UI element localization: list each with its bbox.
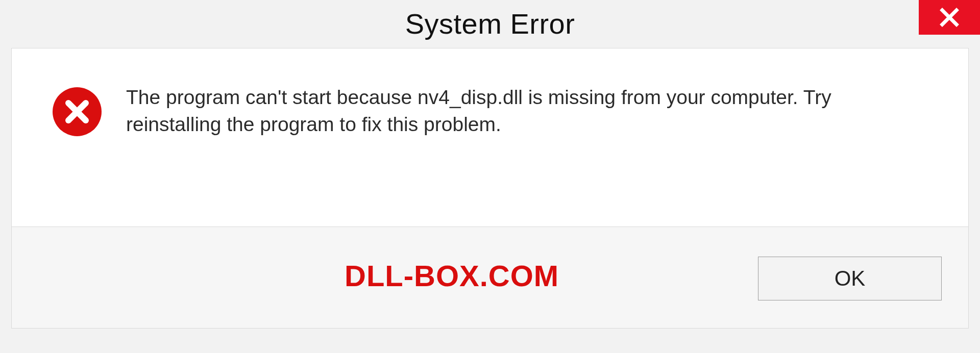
footer-panel: DLL-BOX.COM OK — [11, 226, 969, 329]
ok-button-label: OK — [835, 266, 866, 291]
ok-button[interactable]: OK — [758, 257, 942, 300]
titlebar: System Error — [0, 0, 980, 46]
brand-label: DLL-BOX.COM — [345, 259, 559, 293]
close-button[interactable] — [919, 0, 980, 35]
error-icon — [53, 87, 102, 136]
close-icon — [939, 7, 960, 28]
error-message: The program can't start because nv4_disp… — [126, 84, 892, 138]
content-panel: The program can't start because nv4_disp… — [11, 48, 969, 226]
window-title: System Error — [0, 7, 980, 40]
